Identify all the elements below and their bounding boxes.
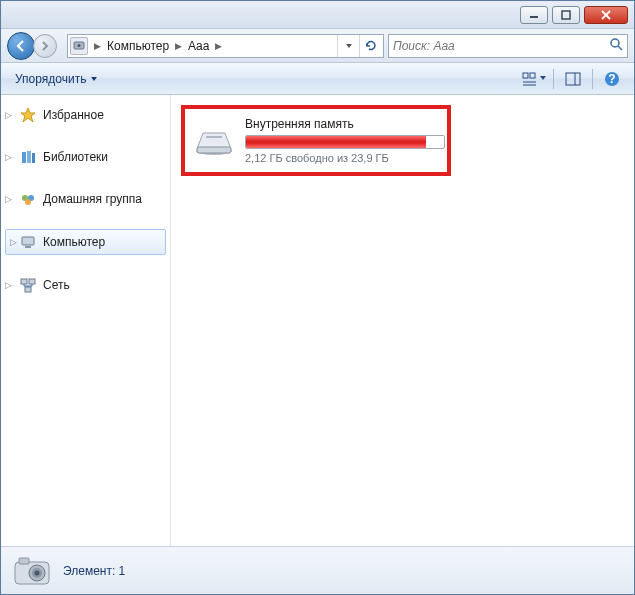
sidebar-label: Компьютер [43,235,105,249]
refresh-icon [364,39,378,53]
sidebar-item-computer[interactable]: ▷ Компьютер [5,229,166,255]
svg-rect-24 [25,287,31,292]
separator [592,69,593,89]
search-icon [609,37,623,54]
chevron-down-icon [345,42,353,50]
breadcrumb-computer[interactable]: Компьютер [103,35,173,57]
breadcrumb-folder[interactable]: Aaa [184,35,213,57]
refresh-button[interactable] [359,35,381,57]
help-icon: ? [604,71,620,87]
minimize-button[interactable] [520,6,548,24]
usage-bar [245,135,445,149]
svg-rect-6 [523,73,528,78]
status-bar: Элемент: 1 [1,546,634,594]
content-area[interactable]: Внутренняя память 2,12 ГБ свободно из 23… [171,95,634,546]
sidebar-item-homegroup[interactable]: ▷ Домашняя группа [1,187,170,211]
svg-point-19 [25,199,31,205]
help-button[interactable]: ? [598,67,626,91]
svg-rect-26 [197,147,231,153]
chevron-right-icon[interactable]: ▶ [92,41,103,51]
maximize-icon [561,10,571,20]
drive-icon [193,125,235,157]
libraries-icon [19,148,37,166]
arrow-right-icon [39,40,51,52]
svg-point-32 [35,570,40,575]
svg-rect-0 [530,16,538,18]
toolbar: Упорядочить ? [1,63,634,95]
status-count: Элемент: 1 [63,564,125,578]
chevron-right-icon[interactable]: ▶ [213,41,224,51]
svg-point-4 [611,39,619,47]
drive-item[interactable]: Внутренняя память 2,12 ГБ свободно из 23… [181,105,451,176]
arrow-left-icon [14,39,28,53]
disclosure-icon: ▷ [5,152,12,162]
sidebar-label: Домашняя группа [43,192,142,206]
search-input[interactable] [393,39,609,53]
svg-point-3 [78,44,81,47]
view-options-button[interactable] [520,67,548,91]
chevron-down-icon [540,76,546,81]
svg-rect-27 [206,136,222,138]
svg-rect-7 [530,73,535,78]
computer-icon [19,233,37,251]
maximize-button[interactable] [552,6,580,24]
disclosure-icon: ▷ [5,194,12,204]
pane-icon [565,72,581,86]
svg-text:?: ? [608,72,615,86]
disclosure-icon: ▷ [5,110,12,120]
drive-info: Внутренняя память 2,12 ГБ свободно из 23… [245,117,445,164]
camera-icon [11,552,53,590]
disclosure-icon: ▷ [5,280,12,290]
minimize-icon [529,10,539,20]
sidebar-label: Сеть [43,278,70,292]
svg-rect-14 [22,152,26,163]
organize-label: Упорядочить [15,72,86,86]
svg-rect-20 [22,237,34,245]
network-icon [19,276,37,294]
nav-buttons [7,32,63,60]
navigation-pane: ▷ Избранное ▷ Библиотеки ▷ [1,95,171,546]
forward-button[interactable] [33,34,57,58]
sidebar-label: Библиотеки [43,150,108,164]
svg-rect-23 [29,279,35,284]
search-box[interactable] [388,34,628,58]
sidebar-label: Избранное [43,108,104,122]
homegroup-icon [19,190,37,208]
address-bar: ▶ Компьютер ▶ Aaa ▶ [1,29,634,63]
disclosure-icon: ▷ [10,237,17,247]
svg-line-5 [618,46,622,50]
sidebar-item-favorites[interactable]: ▷ Избранное [1,103,170,127]
explorer-window: ▶ Компьютер ▶ Aaa ▶ Упорядочить [0,0,635,595]
svg-rect-10 [566,73,580,85]
usage-fill [246,136,426,148]
star-icon [19,106,37,124]
organize-button[interactable]: Упорядочить [9,68,104,90]
sidebar-item-libraries[interactable]: ▷ Библиотеки [1,145,170,169]
svg-rect-1 [562,11,570,19]
separator [553,69,554,89]
history-dropdown[interactable] [337,35,359,57]
chevron-down-icon [90,76,98,82]
body: ▷ Избранное ▷ Библиотеки ▷ [1,95,634,546]
sidebar-item-network[interactable]: ▷ Сеть [1,273,170,297]
svg-rect-29 [19,558,29,564]
chevron-right-icon[interactable]: ▶ [173,41,184,51]
svg-rect-16 [32,153,35,163]
titlebar [1,1,634,29]
svg-rect-22 [21,279,27,284]
device-icon [70,37,88,55]
drive-free-text: 2,12 ГБ свободно из 23,9 ГБ [245,152,445,164]
back-button[interactable] [7,32,35,60]
svg-rect-15 [27,151,31,163]
close-icon [600,10,612,20]
svg-rect-21 [25,246,31,248]
view-icon [522,72,538,86]
drive-name: Внутренняя память [245,117,445,131]
breadcrumb-bar[interactable]: ▶ Компьютер ▶ Aaa ▶ [67,34,384,58]
close-button[interactable] [584,6,628,24]
preview-pane-button[interactable] [559,67,587,91]
